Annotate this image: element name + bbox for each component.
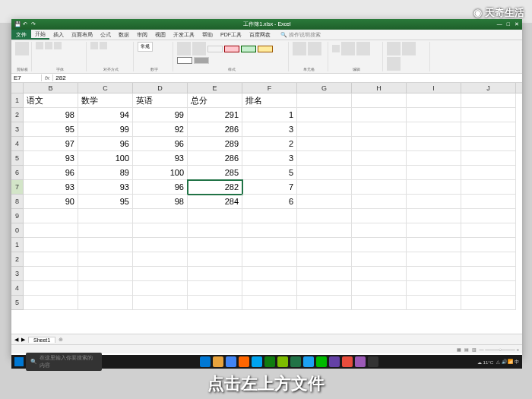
cell[interactable] <box>352 296 407 310</box>
cell[interactable] <box>407 195 461 209</box>
row-header[interactable]: 4 <box>11 137 23 151</box>
tray-icons[interactable]: △ 🔊 📶 中 <box>496 359 519 366</box>
underline-icon[interactable] <box>54 42 62 49</box>
tab-developer[interactable]: 开发工具 <box>169 30 198 40</box>
taskbar-app-icon[interactable] <box>342 356 353 367</box>
cell[interactable]: 英语 <box>133 93 188 108</box>
cell[interactable] <box>461 267 516 281</box>
cell[interactable] <box>188 238 242 252</box>
paste-icon[interactable] <box>15 42 29 55</box>
cell[interactable] <box>297 267 352 281</box>
cell[interactable] <box>188 223 242 238</box>
cell[interactable] <box>352 281 407 296</box>
column-header[interactable]: C <box>78 83 133 93</box>
cell[interactable] <box>24 281 78 296</box>
cell[interactable]: 99 <box>133 108 188 122</box>
cell[interactable] <box>242 267 297 281</box>
cell[interactable] <box>24 209 78 223</box>
cell[interactable] <box>297 151 352 166</box>
cell[interactable]: 89 <box>78 166 133 180</box>
view-break-icon[interactable]: ▥ <box>472 347 477 352</box>
cell[interactable]: 95 <box>24 122 78 137</box>
delete-cells-icon[interactable] <box>308 42 321 55</box>
cell[interactable] <box>78 252 133 267</box>
cell[interactable] <box>297 180 352 195</box>
fx-icon[interactable]: fx <box>42 74 53 81</box>
cell[interactable] <box>461 137 516 151</box>
tell-me-search[interactable]: 🔍 操作说明搜索 <box>280 31 321 39</box>
row-header[interactable]: 1 <box>11 238 23 252</box>
select-all-corner[interactable] <box>11 83 24 93</box>
cell[interactable] <box>297 122 352 137</box>
find-icon[interactable] <box>356 42 370 55</box>
row-header[interactable]: 3 <box>11 122 23 137</box>
cell[interactable] <box>24 252 78 267</box>
autosum-icon[interactable] <box>332 45 340 52</box>
taskbar-app-icon[interactable] <box>368 356 378 367</box>
cell[interactable] <box>133 209 188 223</box>
row-header[interactable]: 2 <box>11 252 23 267</box>
cell[interactable] <box>407 223 461 238</box>
style-normal[interactable] <box>207 46 223 52</box>
cell[interactable] <box>188 281 242 296</box>
taskbar-app-icon[interactable] <box>329 356 340 367</box>
add-sheet-button[interactable]: ⊕ <box>59 337 63 343</box>
cell[interactable] <box>78 281 133 296</box>
cell[interactable]: 95 <box>78 195 133 209</box>
cell[interactable]: 5 <box>242 166 297 180</box>
style-check[interactable] <box>194 57 209 64</box>
redo-icon[interactable]: ↷ <box>31 21 37 27</box>
cell[interactable] <box>461 209 516 223</box>
cell[interactable] <box>461 122 516 137</box>
column-header[interactable]: D <box>133 83 188 93</box>
cell[interactable] <box>78 238 133 252</box>
cell[interactable] <box>407 180 461 195</box>
cell[interactable] <box>352 195 407 209</box>
row-header[interactable]: 3 <box>11 267 23 281</box>
cell[interactable] <box>297 108 352 122</box>
spreadsheet-grid[interactable]: BCDEFGHIJ 123456789012345 语文数学英语总分排名9894… <box>11 83 522 334</box>
quick-access-toolbar[interactable]: 💾 ↶ ↷ <box>14 21 37 27</box>
row-header[interactable]: 5 <box>11 296 23 310</box>
cell[interactable] <box>461 108 516 122</box>
cell[interactable] <box>352 180 407 195</box>
cell[interactable]: 97 <box>24 137 78 151</box>
cell[interactable] <box>133 238 188 252</box>
undo-icon[interactable]: ↶ <box>23 21 29 27</box>
cell[interactable]: 90 <box>24 195 78 209</box>
cell[interactable] <box>188 296 242 310</box>
cell[interactable] <box>242 223 297 238</box>
cell[interactable] <box>24 238 78 252</box>
cell[interactable] <box>407 166 461 180</box>
cell[interactable]: 总分 <box>188 93 242 108</box>
zoom-slider[interactable]: — ———○——— + <box>480 347 519 352</box>
cell[interactable] <box>188 252 242 267</box>
number-format-dropdown[interactable]: 常规 <box>138 42 153 52</box>
addon3-icon[interactable] <box>387 57 401 71</box>
column-header[interactable]: I <box>407 83 461 93</box>
cell[interactable] <box>461 296 516 310</box>
row-header[interactable]: 2 <box>11 108 23 122</box>
cell[interactable]: 6 <box>242 195 297 209</box>
cell[interactable]: 96 <box>78 137 133 151</box>
taskbar-app-icon[interactable] <box>252 356 262 367</box>
column-header[interactable]: B <box>24 83 78 93</box>
cell[interactable] <box>133 252 188 267</box>
style-good[interactable] <box>241 46 256 52</box>
cell[interactable] <box>407 108 461 122</box>
taskbar-app-icon[interactable] <box>200 356 211 367</box>
cell[interactable] <box>407 137 461 151</box>
cell[interactable]: 286 <box>188 151 242 166</box>
addon2-icon[interactable] <box>402 42 416 55</box>
row-header[interactable]: 1 <box>11 93 23 108</box>
cell[interactable] <box>78 267 133 281</box>
close-icon[interactable]: ✕ <box>515 21 519 27</box>
sheet-nav-next[interactable]: ▶ <box>21 337 25 343</box>
cell[interactable]: 96 <box>133 137 188 151</box>
taskbar-app-icon[interactable] <box>277 356 288 367</box>
minimize-icon[interactable]: — <box>497 21 502 27</box>
taskbar-app-icon[interactable] <box>239 356 249 367</box>
tab-formulas[interactable]: 公式 <box>97 30 115 40</box>
cell[interactable]: 284 <box>188 195 242 209</box>
align-center-icon[interactable] <box>100 42 107 49</box>
